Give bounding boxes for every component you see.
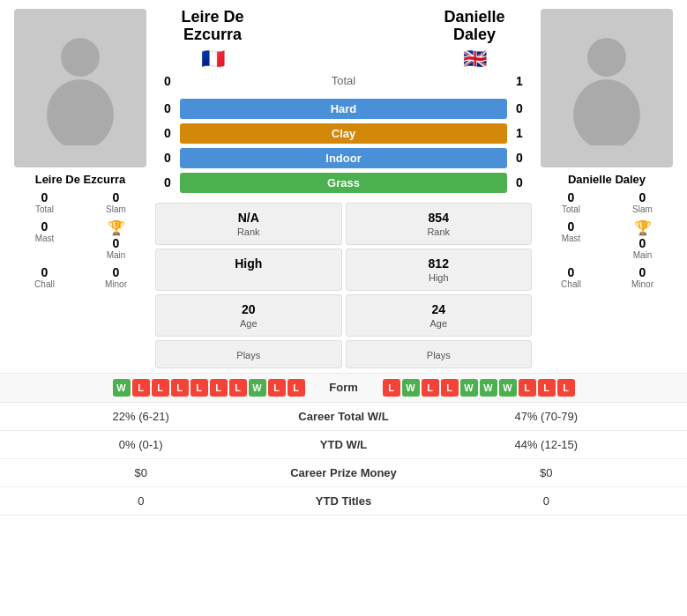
left-mast-label: Mast [35, 234, 55, 243]
right-player-name: Danielle Daley [568, 173, 646, 186]
high-boxes-row: High 812 High [155, 249, 532, 291]
form-left-pills: WLLLLLLWLL [9, 379, 305, 397]
stat-center-label: Career Prize Money [273, 466, 414, 479]
stat-right-value: 0 [414, 494, 679, 508]
total-score-row: 0 Total 1 [155, 74, 532, 88]
right-high-label: High [355, 272, 523, 283]
form-pill-right: L [557, 379, 575, 397]
surface-row-hard: 0 Hard 0 [155, 99, 532, 119]
right-mast-label: Mast [562, 234, 581, 243]
left-minor-value: 0 [113, 265, 120, 279]
right-plays-box: Plays [346, 340, 533, 368]
grass-badge: Grass [180, 173, 507, 193]
trophy-icon-left: 🏆 [108, 219, 125, 236]
right-minor-cell: 0 Minor [607, 263, 678, 292]
grass-score-left: 0 [155, 175, 180, 189]
form-pill-right: L [383, 379, 400, 397]
left-slam-label: Slam [106, 204, 126, 214]
form-pill-left: L [132, 379, 150, 397]
form-pill-left: L [190, 379, 208, 397]
right-slam-cell: 0 Slam [607, 188, 678, 217]
total-label: Total [180, 74, 507, 87]
right-minor-label: Minor [631, 279, 653, 289]
indoor-score-right: 0 [507, 151, 532, 165]
stat-center-label: YTD Titles [273, 494, 414, 508]
stat-left-value: 22% (6-21) [9, 410, 273, 423]
right-chall-cell: 0 Chall [535, 263, 607, 292]
total-score-left: 0 [155, 74, 180, 88]
hard-badge: Hard [180, 99, 507, 119]
right-total-label: Total [562, 204, 580, 214]
right-rank-value: 854 [355, 211, 523, 225]
grass-score-right: 0 [507, 175, 532, 189]
left-total-label: Total [35, 204, 54, 214]
clay-score-right: 1 [507, 126, 532, 140]
right-flag: 🇬🇧 [463, 48, 487, 71]
left-slam-cell: 0 Slam [80, 188, 152, 217]
left-main-value: 0 [113, 236, 120, 250]
hard-score-left: 0 [155, 101, 180, 115]
stat-center-label: Career Total W/L [273, 410, 414, 423]
trophy-icon-right: 🏆 [634, 219, 652, 236]
left-player-name: Leire De Ezcurra [35, 173, 126, 186]
hard-score-right: 0 [507, 101, 532, 115]
right-slam-value: 0 [639, 190, 646, 204]
right-name-title: DanielleDaley [444, 9, 504, 44]
left-chall-value: 0 [41, 265, 49, 279]
right-chall-label: Chall [561, 279, 581, 289]
right-high-value: 812 [355, 256, 523, 271]
right-main-cell: 🏆 0 Main [607, 217, 678, 263]
surface-row-indoor: 0 Indoor 0 [155, 148, 532, 168]
left-mast-cell: 0 Mast [9, 217, 80, 263]
form-pill-right: L [538, 379, 556, 397]
right-player-section: Danielle Daley 0 Total 0 Slam 0 Mast 🏆 0 [535, 9, 678, 292]
stat-right-value: 47% (70-79) [414, 410, 679, 423]
left-slam-value: 0 [113, 190, 120, 204]
left-minor-label: Minor [105, 279, 127, 289]
right-age-box: 24 Age [346, 294, 533, 337]
indoor-badge: Indoor [180, 148, 507, 168]
center-column: Leire DeEzcurra 🇫🇷 DanielleDaley 🇬🇧 0 To… [155, 9, 532, 368]
form-pill-right: L [441, 379, 459, 397]
indoor-score-left: 0 [155, 151, 180, 165]
left-high-box: High [155, 249, 342, 291]
stat-right-value: $0 [414, 466, 679, 479]
plays-boxes-row: Plays Plays [155, 340, 532, 368]
left-age-value: 20 [165, 302, 332, 316]
stat-center-label: YTD W/L [273, 438, 414, 451]
right-player-stats: 0 Total 0 Slam 0 Mast 🏆 0 Main 0 [535, 188, 678, 292]
right-high-box: 812 High [346, 249, 533, 291]
left-rank-box: N/A Rank [155, 203, 342, 245]
left-chall-cell: 0 Chall [9, 263, 80, 292]
left-age-box: 20 Age [155, 294, 342, 337]
form-pill-right: W [402, 379, 420, 397]
age-boxes-row: 20 Age 24 Age [155, 294, 532, 337]
form-pill-left: L [171, 379, 189, 397]
left-main-cell: 🏆 0 Main [80, 217, 152, 263]
form-pill-left: L [268, 379, 286, 397]
main-container: Leire De Ezcurra 0 Total 0 Slam 0 Mast 🏆… [0, 0, 687, 516]
clay-badge: Clay [180, 123, 507, 144]
form-label: Form [309, 381, 379, 394]
info-boxes-row: N/A Rank 854 Rank [155, 203, 532, 245]
right-age-value: 24 [355, 302, 523, 316]
right-main-label: Main [633, 250, 653, 260]
right-main-value: 0 [639, 236, 646, 250]
svg-point-1 [47, 79, 114, 145]
stat-row: 22% (6-21)Career Total W/L47% (70-79) [0, 403, 687, 431]
form-section: WLLLLLLWLL Form LWLLWWWLLL [0, 373, 687, 403]
players-layout: Leire De Ezcurra 0 Total 0 Slam 0 Mast 🏆… [0, 0, 687, 373]
career-stats-section: 22% (6-21)Career Total W/L47% (70-79)0% … [0, 403, 687, 516]
right-age-label: Age [355, 318, 523, 329]
stat-row: $0Career Prize Money$0 [0, 459, 687, 487]
form-pill-right: L [519, 379, 536, 397]
left-main-label: Main [107, 250, 126, 260]
form-pill-right: W [460, 379, 478, 397]
surfaces-section: 0 Hard 0 0 Clay 1 0 Indoor 0 [155, 99, 532, 197]
left-high-value: High [165, 256, 332, 271]
stat-right-value: 44% (12-15) [414, 438, 679, 451]
left-age-label: Age [165, 318, 332, 329]
stat-left-value: $0 [9, 466, 273, 479]
right-name-header: DanielleDaley 🇬🇧 [417, 9, 532, 71]
left-player-avatar [14, 9, 146, 167]
